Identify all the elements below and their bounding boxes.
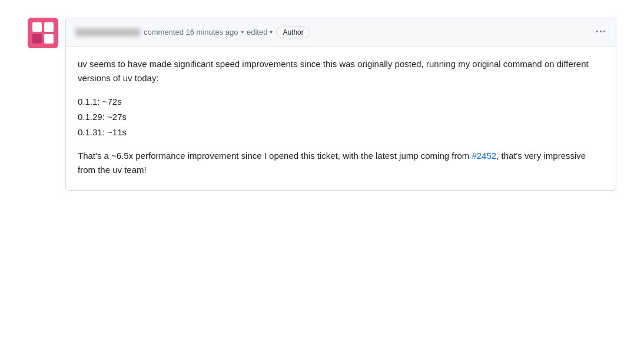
body-paragraph-3: That's a ~6.5x performance improvement s… bbox=[78, 149, 604, 177]
version-line-1: 0.1.1: ~72s bbox=[78, 95, 604, 109]
issue-link[interactable]: #2452 bbox=[472, 151, 496, 161]
comment-meta: commented 16 minutes ago • edited ▾ bbox=[144, 28, 273, 36]
paragraph3-part1: That's a ~6.5x performance improvement s… bbox=[78, 151, 472, 161]
avatar bbox=[28, 18, 58, 48]
dot-separator: • bbox=[241, 28, 244, 36]
author-badge: Author bbox=[276, 26, 310, 38]
version-line-3: 0.1.31: ~11s bbox=[78, 125, 604, 139]
commented-text: commented 16 minutes ago bbox=[144, 28, 238, 36]
comment-bubble: commented 16 minutes ago • edited ▾ Auth… bbox=[65, 18, 616, 191]
more-options-button[interactable]: ··· bbox=[596, 26, 606, 38]
comment-container: commented 16 minutes ago • edited ▾ Auth… bbox=[28, 18, 616, 191]
edited-label: edited bbox=[247, 28, 267, 36]
edited-badge[interactable]: edited ▾ bbox=[247, 28, 273, 36]
version-list: 0.1.1: ~72s 0.1.29: ~27s 0.1.31: ~11s bbox=[78, 95, 604, 139]
comment-header: commented 16 minutes ago • edited ▾ Auth… bbox=[66, 18, 616, 46]
username bbox=[75, 28, 140, 36]
version-line-2: 0.1.29: ~27s bbox=[78, 110, 604, 124]
comment-body: uv seems to have made significant speed … bbox=[66, 46, 616, 190]
body-paragraph-1: uv seems to have made significant speed … bbox=[78, 57, 604, 85]
chevron-down-icon: ▾ bbox=[270, 29, 273, 35]
